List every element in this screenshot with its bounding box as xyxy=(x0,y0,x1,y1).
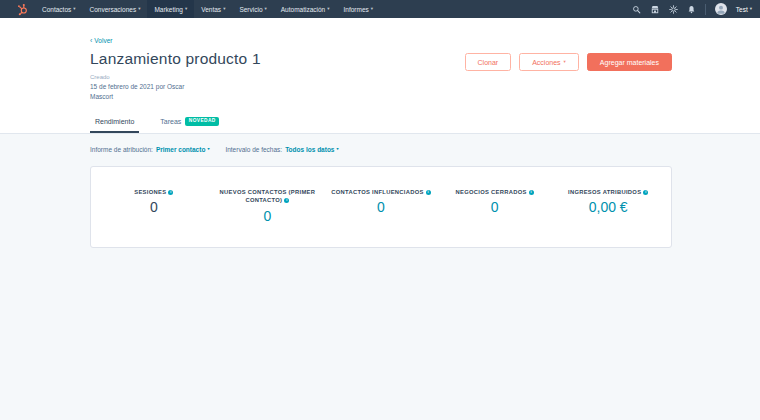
hubspot-sprocket-icon xyxy=(16,3,29,16)
stat-label: NEGOCIOS CERRADOSi xyxy=(444,188,546,197)
stat-label-text: SESIONES xyxy=(134,189,166,195)
stat-label: NUEVOS CONTACTOS (PRIMER CONTACTO)i xyxy=(217,188,319,205)
info-icon[interactable]: i xyxy=(426,190,431,195)
avatar[interactable] xyxy=(715,3,727,15)
date-range-filter-label: Intervalo de fechas: xyxy=(225,146,282,153)
stat-label: SESIONESi xyxy=(103,188,205,197)
info-icon[interactable]: i xyxy=(643,190,648,195)
chevron-down-icon: ▾ xyxy=(371,7,373,12)
stats-card: SESIONESi 0 NUEVOS CONTACTOS (PRIMER CON… xyxy=(90,166,672,248)
stat-label: INGRESOS ATRIBUIDOSi xyxy=(557,188,659,197)
page-header: ‹ Volver Lanzamiento producto 1 Creado 1… xyxy=(0,18,760,133)
nav-utilities: Test ▾ xyxy=(632,0,752,18)
stat-value: 0,00 € xyxy=(557,199,659,215)
main-content: Informe de atribución: Primer contacto ▾… xyxy=(0,133,760,420)
attribution-filter-value: Primer contacto xyxy=(156,146,206,153)
tab-label: Rendimiento xyxy=(95,118,134,125)
chevron-down-icon: ▾ xyxy=(223,7,225,12)
nav-divider xyxy=(705,4,706,15)
nav-item-conversaciones[interactable]: Conversaciones ▾ xyxy=(83,0,148,18)
nav-item-informes[interactable]: Informes ▾ xyxy=(337,0,381,18)
stat-sesiones: SESIONESi 0 xyxy=(97,188,211,216)
user-silhouette-icon xyxy=(715,3,727,15)
notifications-bell-icon[interactable] xyxy=(687,5,696,14)
info-icon[interactable]: i xyxy=(529,190,534,195)
clone-button-label: Clonar xyxy=(478,59,499,66)
add-materials-button[interactable]: Agregar materiales xyxy=(587,53,672,71)
chevron-down-icon: ▾ xyxy=(185,7,187,12)
header-main-row: Lanzamiento producto 1 Creado 15 de febr… xyxy=(90,50,672,102)
nav-item-label: Conversaciones xyxy=(90,6,137,13)
actions-button-label: Acciones xyxy=(532,59,560,66)
header-buttons: Clonar Acciones ▾ Agregar materiales xyxy=(465,53,672,71)
stat-ingresos-atribuidos: INGRESOS ATRIBUIDOSi 0,00 € xyxy=(551,188,665,216)
created-label: Creado xyxy=(90,74,261,80)
filter-bar: Informe de atribución: Primer contacto ▾… xyxy=(90,146,672,153)
chevron-down-icon: ▾ xyxy=(336,147,338,151)
back-link-label: Volver xyxy=(94,37,112,44)
add-materials-button-label: Agregar materiales xyxy=(600,59,659,66)
nav-item-label: Marketing xyxy=(154,6,183,13)
stat-label-text: INGRESOS ATRIBUIDOS xyxy=(568,189,641,195)
tab-bar: Rendimiento Tareas NOVEDAD xyxy=(90,113,672,133)
stat-negocios-cerrados: NEGOCIOS CERRADOSi 0 xyxy=(438,188,552,216)
user-menu-label: Test xyxy=(736,6,748,13)
gear-icon[interactable] xyxy=(669,5,678,14)
nav-item-contactos[interactable]: Contactos ▾ xyxy=(35,0,83,18)
user-menu[interactable]: Test ▾ xyxy=(736,6,752,13)
date-range-filter-value: Todos los datos xyxy=(285,146,334,153)
novedad-badge: NOVEDAD xyxy=(185,117,219,126)
chevron-down-icon: ▾ xyxy=(207,147,209,151)
clone-button[interactable]: Clonar xyxy=(465,53,512,71)
app-screen: Contactos ▾ Conversaciones ▾ Marketing ▾… xyxy=(0,0,760,420)
nav-item-ventas[interactable]: Ventas ▾ xyxy=(194,0,232,18)
created-author: Mascort xyxy=(90,93,261,101)
nav-menu: Contactos ▾ Conversaciones ▾ Marketing ▾… xyxy=(35,0,380,18)
stat-value: 0 xyxy=(330,199,432,215)
attribution-filter: Informe de atribución: Primer contacto ▾ xyxy=(90,146,209,153)
tab-tareas[interactable]: Tareas NOVEDAD xyxy=(155,113,224,133)
stat-label: CONTACTOS INFLUENCIADOSi xyxy=(330,188,432,197)
chevron-down-icon: ▾ xyxy=(564,60,566,65)
marketplace-icon[interactable] xyxy=(650,5,660,14)
nav-item-servicio[interactable]: Servicio ▾ xyxy=(232,0,273,18)
nav-item-label: Servicio xyxy=(239,6,262,13)
stat-nuevos-contactos: NUEVOS CONTACTOS (PRIMER CONTACTO)i 0 xyxy=(211,188,325,224)
nav-item-label: Contactos xyxy=(42,6,71,13)
nav-item-label: Ventas xyxy=(201,6,221,13)
attribution-filter-dropdown[interactable]: Primer contacto ▾ xyxy=(156,146,210,153)
hubspot-logo[interactable] xyxy=(10,0,35,18)
stat-value: 0 xyxy=(103,199,205,215)
date-range-filter: Intervalo de fechas: Todos los datos ▾ xyxy=(225,146,338,153)
chevron-down-icon: ▾ xyxy=(265,7,267,12)
stat-label-text: NEGOCIOS CERRADOS xyxy=(456,189,527,195)
nav-item-marketing[interactable]: Marketing ▾ xyxy=(147,0,194,18)
header-title-block: Lanzamiento producto 1 Creado 15 de febr… xyxy=(90,50,261,102)
date-range-filter-dropdown[interactable]: Todos los datos ▾ xyxy=(285,146,338,153)
back-chevron-icon: ‹ xyxy=(90,37,92,44)
actions-button[interactable]: Acciones ▾ xyxy=(519,53,579,71)
search-icon[interactable] xyxy=(632,5,641,14)
chevron-down-icon: ▾ xyxy=(327,7,329,12)
stat-label-text: NUEVOS CONTACTOS (PRIMER CONTACTO) xyxy=(220,189,316,204)
attribution-filter-label: Informe de atribución: xyxy=(90,146,153,153)
tab-label: Tareas xyxy=(160,118,181,125)
info-icon[interactable]: i xyxy=(284,198,289,203)
nav-item-label: Informes xyxy=(344,6,369,13)
back-link[interactable]: ‹ Volver xyxy=(90,37,112,44)
info-icon[interactable]: i xyxy=(168,190,173,195)
nav-item-label: Automatización xyxy=(281,6,325,13)
stat-contactos-influenciados: CONTACTOS INFLUENCIADOSi 0 xyxy=(324,188,438,216)
tab-rendimiento[interactable]: Rendimiento xyxy=(90,113,139,133)
page-title: Lanzamiento producto 1 xyxy=(90,50,261,68)
stat-value: 0 xyxy=(217,208,319,224)
created-date: 15 de febrero de 2021 por Oscar xyxy=(90,83,261,91)
chevron-down-icon: ▾ xyxy=(138,7,140,12)
stat-label-text: CONTACTOS INFLUENCIADOS xyxy=(331,189,423,195)
chevron-down-icon: ▾ xyxy=(73,7,75,12)
stat-value: 0 xyxy=(444,199,546,215)
nav-item-automatizacion[interactable]: Automatización ▾ xyxy=(274,0,337,18)
chevron-down-icon: ▾ xyxy=(750,7,752,12)
top-navigation: Contactos ▾ Conversaciones ▾ Marketing ▾… xyxy=(0,0,760,18)
